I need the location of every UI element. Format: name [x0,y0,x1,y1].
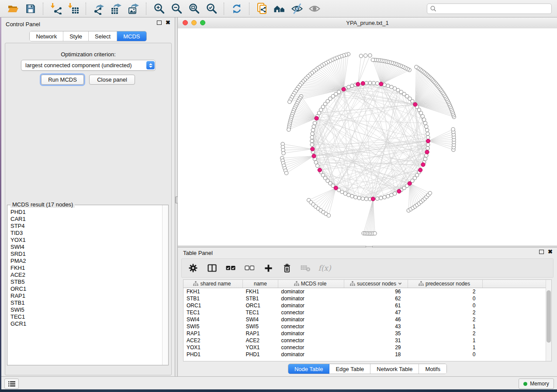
mcds-node[interactable] [421,162,425,166]
mcds-node[interactable] [397,189,401,193]
split-columns-button[interactable] [207,263,217,273]
show-all-button[interactable] [308,2,321,15]
delete-column-button[interactable] [282,263,292,273]
tab-node-table[interactable]: Node Table [288,364,330,374]
list-item[interactable]: SWI4 [7,244,163,251]
list-item[interactable]: YOX1 [7,237,163,244]
table-settings-button[interactable] [188,263,198,273]
save-session-button[interactable] [24,2,37,15]
tab-mcds[interactable]: MCDS [117,31,146,41]
network-canvas[interactable] [178,28,557,246]
export-table-button[interactable] [110,2,123,15]
zoom-fit-button[interactable] [187,2,201,15]
home-button[interactable] [273,2,286,15]
refresh-view-button[interactable] [230,2,243,15]
list-item[interactable]: SRD1 [7,251,163,258]
tab-edge-table[interactable]: Edge Table [329,364,370,374]
mcds-node[interactable] [413,103,417,107]
open-file-button[interactable] [7,2,20,15]
mcds-node[interactable] [312,154,316,158]
mcds-node[interactable] [408,182,412,186]
mcds-node[interactable] [311,147,315,151]
network-from-document-button[interactable] [256,2,269,15]
export-image-button[interactable] [127,2,140,15]
list-item[interactable]: PHD1 [7,209,163,216]
column-header[interactable]: MCDS role [278,280,344,288]
list-item[interactable]: STP4 [7,223,163,230]
search-field[interactable] [427,3,552,14]
table-scrollbar[interactable] [546,280,551,361]
function-builder-button[interactable]: f(x) [319,263,330,273]
hide-selected-button[interactable] [291,2,304,15]
memory-button[interactable]: Memory [519,378,554,389]
table-row[interactable]: SWI4SWI4dominator462 [183,316,551,323]
column-header[interactable]: successor nodes [344,280,408,288]
list-item[interactable]: ACE2 [7,272,163,279]
tab-select[interactable]: Select [89,31,117,41]
network-window-titlebar[interactable]: YPA_prune.txt_1 [178,17,557,29]
mcds-result-list[interactable]: PHD1CAR1STP4TID3YOX1SWI4SRD1PMA2FKH1ACE2… [7,209,163,365]
mcds-node[interactable] [371,197,375,201]
search-input[interactable] [439,5,549,12]
export-network-button[interactable] [92,2,105,15]
mcds-node[interactable] [379,82,383,86]
import-table-button[interactable] [67,2,80,15]
vertical-splitter[interactable] [175,17,178,376]
table-row[interactable]: YOX1YOX1connector291 [183,344,551,351]
tab-network-table[interactable]: Network Table [370,364,419,374]
float-panel-icon[interactable] [157,21,162,25]
select-all-button[interactable] [225,263,236,273]
tab-style[interactable]: Style [63,31,89,41]
list-item[interactable]: STB5 [7,279,163,285]
table-row[interactable]: TEC1TEC1connector472 [183,309,551,316]
list-item[interactable]: SWI5 [7,306,163,313]
column-header[interactable]: shared name [183,280,243,288]
network-graph[interactable] [178,28,557,246]
mcds-node[interactable] [425,150,429,154]
close-panel-icon[interactable]: ✖ [548,250,553,254]
tab-motifs[interactable]: Motifs [419,364,446,374]
tab-network[interactable]: Network [30,31,63,41]
mcds-node[interactable] [426,139,430,143]
table-row[interactable]: ORC1ORC1dominator610 [183,302,551,309]
delete-table-button[interactable] [301,263,311,273]
column-header[interactable]: name [243,280,278,288]
deselect-all-button[interactable] [244,263,255,273]
table-row[interactable]: SWI5SWI5connector431 [183,323,551,330]
mcds-node[interactable] [315,116,318,120]
mcds-node[interactable] [419,168,422,172]
table-row[interactable]: STB1STB1dominator620 [183,295,551,302]
float-panel-icon[interactable] [539,250,544,254]
list-item[interactable]: CAR1 [7,216,163,223]
optimization-criterion-select[interactable]: largest connected component (undirected) [21,60,156,71]
list-item[interactable]: ORC1 [7,285,163,292]
mcds-node[interactable] [342,87,346,91]
table-row[interactable]: FKH1FKH1dominator962 [183,288,551,296]
list-item[interactable]: RAP1 [7,292,163,299]
column-header[interactable]: predecessor nodes [408,280,483,288]
mcds-node[interactable] [318,168,322,172]
close-panel-icon[interactable]: ✖ [166,21,170,25]
zoom-in-button[interactable] [152,2,166,15]
import-network-button[interactable] [49,2,62,15]
run-mcds-button[interactable]: Run MCDS [41,75,84,85]
mcds-node[interactable] [361,81,365,85]
add-column-button[interactable] [263,263,273,273]
task-history-button[interactable] [4,378,19,389]
mcds-list-scrollbar[interactable] [162,205,168,365]
table-row[interactable]: RAP1RAP1dominator352 [183,330,551,337]
list-item[interactable]: GCR1 [7,320,163,327]
close-panel-button[interactable]: Close panel [89,75,135,85]
zoom-selected-button[interactable] [205,2,218,15]
table-row[interactable]: ACE2ACE2connector311 [183,337,551,344]
mcds-node[interactable] [334,186,338,190]
list-item[interactable]: STB1 [7,299,163,306]
list-item[interactable]: TID3 [7,230,163,237]
list-item[interactable]: PMA2 [7,258,163,265]
table-row[interactable]: PHD1PHD1dominator180 [183,351,551,358]
mcds-node[interactable] [356,82,360,86]
scrollbar-thumb[interactable] [547,290,551,343]
zoom-out-button[interactable] [170,2,183,15]
list-item[interactable]: TEC1 [7,313,163,320]
list-item[interactable]: FKH1 [7,265,163,272]
